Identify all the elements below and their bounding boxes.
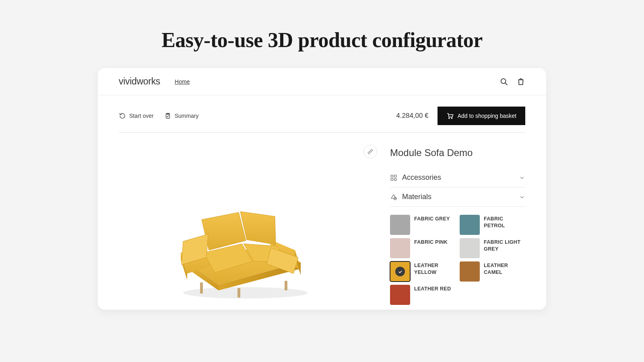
add-to-basket-label: Add to shopping basket [458,113,516,119]
materials-label: Materials [402,193,519,201]
brand-logo[interactable]: vividworks [119,76,160,87]
content-area: Module Sofa Demo Accessories Materials F… [98,133,546,310]
svg-rect-12 [285,281,287,290]
svg-line-6 [369,152,369,152]
summary-label: Summary [175,113,199,119]
page-title: Easy-to-use 3D product configurator [0,0,644,68]
product-title: Module Sofa Demo [390,147,525,158]
swatch-label: LEATHER CAMEL [484,261,525,276]
svg-point-4 [448,118,449,119]
search-icon[interactable] [500,77,508,86]
swatch-leather-camel[interactable]: LEATHER CAMEL [460,261,525,282]
start-over-label: Start over [129,113,154,119]
accordion-accessories[interactable]: Accessories [390,168,525,187]
price-display: 4.284,00 € [396,112,428,120]
swatch-label: FABRIC LIGHT GREY [484,238,525,253]
svg-point-29 [394,178,396,180]
accessories-label: Accessories [402,173,519,182]
product-viewport[interactable] [119,140,384,310]
svg-rect-26 [391,175,393,177]
svg-line-8 [371,150,371,151]
svg-point-5 [451,118,452,119]
clipboard-icon [164,112,171,119]
nav-home[interactable]: Home [175,78,190,85]
actionbar: Start over Summary 4.284,00 € Add to sho… [98,95,546,132]
swatch-label: LEATHER RED [414,285,451,292]
svg-line-7 [370,151,370,152]
swatch-color [460,238,480,258]
svg-point-0 [501,78,506,83]
svg-rect-27 [394,175,396,177]
swatch-color [390,285,410,305]
swatch-fabric-pink[interactable]: FABRIC PINK [390,238,456,258]
product-3d-preview[interactable] [167,197,320,302]
swatch-label: FABRIC GREY [414,215,450,222]
swatch-color [390,215,410,235]
swatch-leather-red[interactable]: LEATHER RED [390,285,456,305]
swatch-fabric-petrol[interactable]: FABRIC PETROL [460,215,525,235]
swatch-grid: FABRIC GREYFABRIC PETROLFABRIC PINKFABRI… [390,215,525,305]
swatch-label: FABRIC PETROL [484,215,525,229]
chevron-down-icon [519,175,525,181]
swatch-color [460,261,480,282]
swatch-leather-yellow[interactable]: LEATHER YELLOW [390,261,456,282]
svg-rect-10 [200,282,203,294]
bag-icon[interactable] [516,77,525,86]
configurator-card: vividworks Home Start over Summary 4.284… [98,68,546,310]
start-over-button[interactable]: Start over [119,112,154,119]
accordion-materials[interactable]: Materials [390,187,525,207]
swatch-color [390,261,410,282]
swatch-color [460,215,480,235]
ruler-icon [367,148,374,155]
accessories-icon [390,174,397,181]
restart-icon [119,112,126,119]
svg-line-1 [505,82,507,84]
svg-rect-11 [237,288,240,298]
side-panel: Module Sofa Demo Accessories Materials F… [384,140,525,310]
topbar: vividworks Home [98,68,546,95]
summary-button[interactable]: Summary [164,112,199,119]
chevron-down-icon [519,194,525,200]
measure-tool-button[interactable] [363,145,377,158]
cart-icon [446,112,454,119]
svg-rect-28 [391,178,393,180]
swatch-label: FABRIC PINK [414,238,448,246]
check-icon [395,267,405,276]
add-to-basket-button[interactable]: Add to shopping basket [438,107,525,125]
svg-point-30 [394,197,396,200]
materials-icon [390,193,397,201]
swatch-fabric-light-grey[interactable]: FABRIC LIGHT GREY [460,238,525,258]
swatch-fabric-grey[interactable]: FABRIC GREY [390,215,456,235]
swatch-label: LEATHER YELLOW [414,261,456,276]
swatch-color [390,238,410,258]
